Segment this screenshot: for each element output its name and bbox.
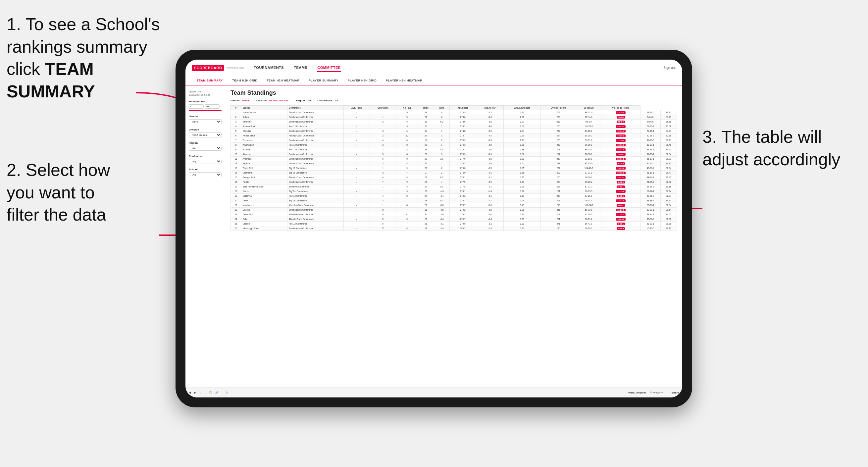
filter-division-label: Division: [256, 99, 268, 102]
sidebar-rank-slider[interactable] [189, 110, 222, 111]
table-row[interactable]: 21New MexicoMountain West Conference-182… [231, 203, 677, 208]
toolbar-right: View: Original 👁 Watch ▾ ⁝ Share [628, 391, 679, 394]
sidebar-update-section: Update time: 27/03/2024 16:56:26 [189, 90, 222, 96]
col-header-conf-rank: Conf Rank [370, 106, 396, 110]
tablet-screen: SCOREBOARD Powered by clippi TOURNAMENTS… [185, 60, 682, 398]
col-header-vs-top50: Vs Top 50 Points [601, 106, 641, 110]
filter-region-value: All [307, 99, 311, 102]
sidebar-conference-select[interactable]: (All) [189, 159, 222, 164]
filter-conference: Conference: All [317, 99, 338, 102]
table-row[interactable]: 2AuburnSoutheastern Conference-19276273.… [231, 115, 677, 120]
sub-nav-player-summary[interactable]: PLAYER SUMMARY [304, 76, 343, 85]
table-row[interactable]: 17East Tennessee StateSouthern Conferenc… [231, 185, 677, 189]
main-content: Team Standings Gender: Men's Division: N… [225, 86, 682, 394]
sidebar-school-label: School [189, 168, 222, 171]
col-header-avg-par: Avg. to Par [476, 106, 503, 110]
col-header-avg-low: Avg. Low Score [504, 106, 540, 110]
table-row[interactable]: 14OklahomaBig 12 Conference-2422276.9-5.… [231, 170, 677, 175]
table-row[interactable]: 24DukeAtlantic Coast Conference-5927-0.4… [231, 217, 677, 222]
sidebar-school-section: School (All) [189, 168, 222, 177]
table-row[interactable]: 1North CarolinaAtlantic Coast Conference… [231, 110, 677, 115]
sidebar-min-rank-section: Minimum Ro... [189, 100, 222, 111]
sidebar: Update time: 27/03/2024 16:56:26 Minimum… [185, 86, 225, 394]
toolbar-watch[interactable]: 👁 Watch ▾ [650, 391, 663, 394]
table-row[interactable]: 13Texas TechBig 12 Conference-19272276.0… [231, 166, 677, 170]
sub-nav-player-h2h-grid[interactable]: PLAYER H2H GRID [343, 76, 381, 85]
filter-region-label: Region: [296, 99, 306, 102]
sidebar-region-select[interactable]: N/A [189, 146, 222, 151]
sidebar-gender-select[interactable]: Men's [189, 119, 222, 124]
content-area: Update time: 27/03/2024 16:56:26 Minimum… [185, 86, 682, 394]
instruction-step3: 3. The table will adjust accordingly [703, 126, 861, 170]
table-row[interactable]: 12VirginiaAtlantic Coast Conference-3824… [231, 161, 677, 166]
table-row[interactable]: 10AlabamaSoutheastern Conference-5823327… [231, 152, 677, 157]
toolbar-grid[interactable]: ⁝ [666, 391, 668, 394]
sidebar-gender-section: Gender Men's [189, 115, 222, 124]
toolbar-copy[interactable]: 📋 [209, 391, 212, 394]
instruction-step2-line3: filter the data [7, 205, 106, 224]
nav-teams[interactable]: TEAMS [294, 64, 307, 72]
col-header-vs-top25: Vs Top 25 [576, 106, 601, 110]
col-header-conference: Conference [287, 106, 344, 110]
table-row[interactable]: 4Arizona StatePac-12 Conference-19261274… [231, 124, 677, 129]
filter-division-value: NCAA Division I [269, 99, 289, 102]
instruction-step2-line2: you want to [7, 183, 95, 202]
instruction-step3-line2: adjust accordingly [703, 150, 840, 169]
toolbar-back[interactable]: ◀ [189, 391, 191, 394]
col-header-no-tour: No Tour [396, 106, 418, 110]
table-row[interactable]: 7TennesseeSoutheastern Conference-481822… [231, 138, 677, 143]
table-row[interactable]: 23Texas A&MSoutheastern Conference-91030… [231, 212, 677, 217]
filter-gender-label: Gender: [230, 99, 241, 102]
table-row[interactable]: 16FloridaSoutheastern Conference-7924427… [231, 180, 677, 185]
sign-out-button[interactable]: Sign out [663, 66, 676, 69]
col-header-wins: Wins [434, 106, 450, 110]
filter-region: Region: All [296, 99, 311, 102]
table-row[interactable]: 25OregonPac-12 Conference-5721-3.1279.5-… [231, 222, 677, 226]
col-header-school: School [241, 106, 287, 110]
sub-nav-team-h2h-grid[interactable]: TEAM H2H GRID [227, 76, 262, 85]
view-original-button[interactable]: View: Original [628, 391, 646, 394]
sub-nav-player-h2h-heatmap[interactable]: PLAYER H2H HEATMAP [381, 76, 427, 85]
filter-division: Division: NCAA Division I [256, 99, 289, 102]
sidebar-rank-from[interactable] [189, 104, 204, 108]
toolbar-clock[interactable]: ⏱ [225, 391, 228, 394]
toolbar-refresh[interactable]: ↻ [199, 391, 202, 394]
sidebar-conference-label: Conference [189, 155, 222, 158]
col-header-overall: Overall Record [540, 106, 576, 110]
sidebar-rank-to[interactable] [205, 104, 220, 108]
logo-area: SCOREBOARD Powered by clippi [192, 65, 244, 71]
instruction-step3-line1: 3. The table will [703, 127, 822, 146]
logo: SCOREBOARD [192, 65, 224, 71]
nav-committee[interactable]: COMMITTEE [317, 64, 341, 72]
table-row[interactable]: 9ArizonaPac-12 Conference-28234.6276.3-4… [231, 147, 677, 152]
table-row[interactable]: 5Ole MissSoutheastern Conference-3618127… [231, 129, 677, 133]
table-row[interactable]: 18IllinoisBig Ten Conference-1923-1.4279… [231, 189, 677, 194]
table-row[interactable]: 15Georgia TechAtlantic Coast Conference-… [231, 175, 677, 180]
col-header-avg-rank: Avg. Rank [344, 106, 370, 110]
toolbar-share-small[interactable]: 🔗 [215, 391, 219, 394]
table-row[interactable]: 19CaliforniaPac-12 Conference-4824-5.127… [231, 194, 677, 198]
sub-nav-team-summary[interactable]: TEAM SUMMARY [192, 76, 227, 86]
table-row[interactable]: 3VanderbiltSoutheastern Conference-25236… [231, 120, 677, 124]
sidebar-school-select[interactable]: (All) [189, 172, 222, 177]
table-row[interactable]: 22GeorgiaSoutheastern Conference-8721-5.… [231, 208, 677, 212]
sub-nav-team-h2h-heatmap[interactable]: TEAM H2H HEATMAP [262, 76, 304, 85]
standings-table: # School Conference Avg. Rank Conf Rank … [230, 105, 677, 231]
bottom-toolbar: ◀ ▶ ↻ 📋 🔗 ⏱ View: Original 👁 Watch ▾ ⁝ S… [185, 387, 682, 398]
nav-items: TOURNAMENTS TEAMS COMMITTEE [254, 64, 663, 72]
tablet-frame: SCOREBOARD Powered by clippi TOURNAMENTS… [176, 50, 692, 407]
toolbar-sep1 [205, 390, 205, 395]
filter-gender: Gender: Men's [230, 99, 250, 102]
sidebar-region-section: Region N/A [189, 142, 222, 151]
sidebar-division-select[interactable]: NCAA Division I [189, 132, 222, 137]
toolbar-forward[interactable]: ▶ [194, 391, 196, 394]
share-button[interactable]: Share [672, 391, 679, 394]
filter-gender-value: Men's [242, 99, 250, 102]
table-row[interactable]: 26Mississippi StateSoutheastern Conferen… [231, 226, 677, 231]
nav-tournaments[interactable]: TOURNAMENTS [254, 64, 284, 72]
table-row[interactable]: 6Florida StateAtlantic Coast Conference-… [231, 133, 677, 138]
sidebar-division-label: Division [189, 128, 222, 131]
table-row[interactable]: 20TexasBig 12 Conference-37180.7278.7-0.… [231, 198, 677, 203]
table-row[interactable]: 8WashingtonPac-12 Conference-28231276.3-… [231, 143, 677, 147]
table-row[interactable]: 11ArkansasSoutheastern Conference-68223.… [231, 157, 677, 161]
